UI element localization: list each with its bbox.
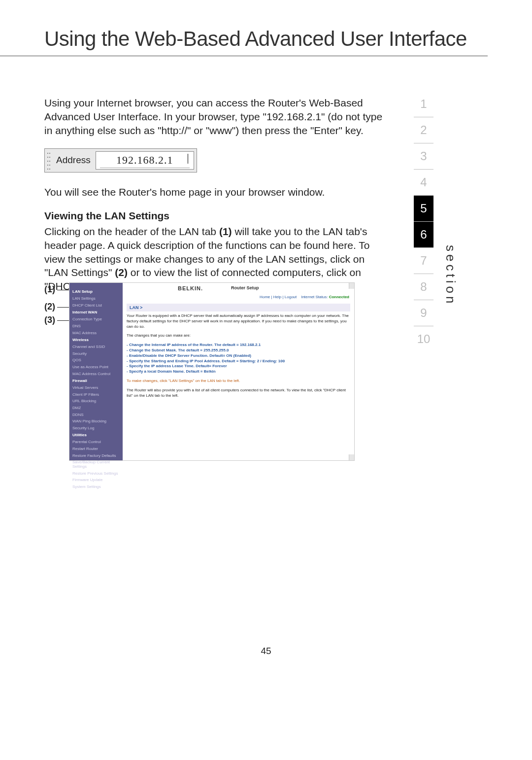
address-value: 192.168.2.1 <box>100 153 190 168</box>
section-nav-6[interactable]: 6 <box>414 221 433 247</box>
nav-lan-settings[interactable]: LAN Settings <box>69 295 123 302</box>
router-body: Your Router is equipped with a DHCP serv… <box>127 313 349 402</box>
nav-dhcp-client-list[interactable]: DHCP Client List <box>69 302 123 309</box>
nav-lan-setup[interactable]: LAN Setup <box>69 288 123 295</box>
intro-paragraph: Using your Internet browser, you can acc… <box>44 96 389 138</box>
nav-save-backup-current-settings[interactable]: Save/Backup Current Settings <box>69 459 123 470</box>
nav-wireless[interactable]: Wireless <box>69 336 123 344</box>
nav-firmware-update[interactable]: Firmware Update <box>69 477 123 484</box>
router-bullet: - Specify a local Domain Name. Default =… <box>127 369 349 375</box>
text-caret-icon <box>188 154 188 164</box>
section-nav-8[interactable]: 8 <box>414 274 433 300</box>
section-label: section <box>443 245 458 306</box>
router-sidebar: LAN SetupLAN SettingsDHCP Client ListInt… <box>69 283 123 460</box>
section-nav: 12345678910 <box>414 91 433 352</box>
subheading-lan: Viewing the LAN Settings <box>44 210 389 222</box>
router-bullet: - Specify the IP address Lease Time. Def… <box>127 364 349 369</box>
nav-mac-address[interactable]: MAC Address <box>69 329 123 336</box>
nav-utilities[interactable]: Utilities <box>69 431 123 439</box>
router-screenshot: LAN SetupLAN SettingsDHCP Client ListInt… <box>69 282 355 461</box>
router-bullet: - Change the Subnet Mask. The default = … <box>127 348 349 353</box>
router-page-title: Router Setup <box>231 285 259 290</box>
router-bullet: - Change the Internal IP address of the … <box>127 343 349 348</box>
router-para2: The changes that you can make are: <box>127 333 349 339</box>
nav-dmz[interactable]: DMZ <box>69 405 123 412</box>
internet-status: Connected <box>329 295 349 299</box>
nav-ddns[interactable]: DDNS <box>69 411 123 418</box>
nav-restart-router[interactable]: Restart Router <box>69 446 123 452</box>
router-para1: Your Router is equipped with a DHCP serv… <box>127 313 349 329</box>
section-nav-5[interactable]: 5 <box>414 195 433 221</box>
nav-use-as-access-point[interactable]: Use as Access Point <box>69 364 123 371</box>
nav-firewall[interactable]: Firewall <box>69 377 123 384</box>
nav-security-log[interactable]: Security Log <box>69 425 123 432</box>
nav-qos[interactable]: QOS <box>69 357 123 364</box>
router-bullets: - Change the Internal IP address of the … <box>127 343 349 375</box>
address-input[interactable]: 192.168.2.1 <box>96 151 194 170</box>
nav-restore-previous-settings[interactable]: Restore Previous Settings <box>69 470 123 477</box>
nav-restore-factory-defaults[interactable]: Restore Factory Defaults <box>69 452 123 459</box>
section-nav-7[interactable]: 7 <box>414 247 433 274</box>
nav-connection-type[interactable]: Connection Type <box>69 316 123 323</box>
scrollbar-down-icon[interactable] <box>349 454 354 460</box>
router-brand: BELKIN. <box>178 285 203 291</box>
router-bullet: - Enable/Disable the DHCP Server Functio… <box>127 353 349 359</box>
scrollbar-up-icon[interactable] <box>349 283 354 289</box>
section-nav-4[interactable]: 4 <box>414 169 433 195</box>
section-nav-2[interactable]: 2 <box>414 117 433 143</box>
section-nav-3[interactable]: 3 <box>414 143 433 169</box>
nav-mac-address-control[interactable]: MAC Address Control <box>69 370 123 377</box>
nav-system-settings[interactable]: System Settings <box>69 484 123 490</box>
nav-url-blocking[interactable]: URL Blocking <box>69 398 123 405</box>
nav-security[interactable]: Security <box>69 350 123 357</box>
router-breadcrumb[interactable]: LAN > <box>127 304 350 311</box>
address-bar: Address 192.168.2.1 <box>44 148 197 173</box>
page-number: 45 <box>0 646 532 656</box>
section-nav-1[interactable]: 1 <box>414 91 433 117</box>
nav-virtual-servers[interactable]: Virtual Servers <box>69 384 123 391</box>
after-address-paragraph: You will see the Router's home page in y… <box>44 185 389 199</box>
nav-dns[interactable]: DNS <box>69 323 123 330</box>
nav-client-ip-filters[interactable]: Client IP Filters <box>69 391 123 398</box>
nav-internet-wan[interactable]: Internet WAN <box>69 309 123 316</box>
nav-parental-control[interactable]: Parental Control <box>69 439 123 446</box>
section-nav-10[interactable]: 10 <box>414 326 433 352</box>
section-nav-9[interactable]: 9 <box>414 300 433 326</box>
router-para3: To make changes, click "LAN Settings" on… <box>127 379 349 384</box>
page-title: Using the Web-Based Advanced User Interf… <box>0 0 488 56</box>
drag-handle-icon <box>46 150 51 170</box>
nav-channel-and-ssid[interactable]: Channel and SSID <box>69 344 123 350</box>
address-label: Address <box>53 152 96 169</box>
router-main: BELKIN. Router Setup Home | Help | Logou… <box>123 283 354 460</box>
router-para4: The Router will also provide you with a … <box>127 388 349 399</box>
router-top-links[interactable]: Home | Help | Logout Internet Status: Co… <box>260 295 349 299</box>
nav-wan-ping-blocking[interactable]: WAN Ping Blocking <box>69 418 123 425</box>
router-bullet: - Specify the Starting and Ending IP Poo… <box>127 359 349 364</box>
